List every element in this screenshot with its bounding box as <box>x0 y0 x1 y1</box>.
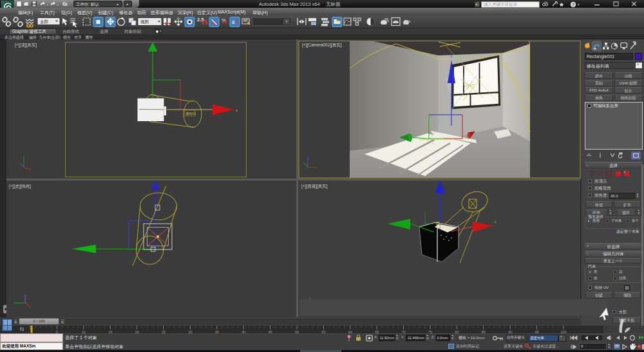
svg-text:85: 85 <box>482 330 486 334</box>
svg-text:65: 65 <box>375 330 379 334</box>
svg-text:35: 35 <box>215 330 219 334</box>
svg-text:[+][左][线框]: [+][左][线框] <box>9 184 31 189</box>
svg-text:60: 60 <box>348 330 352 334</box>
svg-text:视图: 视图 <box>140 19 149 24</box>
svg-text:?: ? <box>572 3 574 7</box>
svg-text:[+][透视][真实]: [+][透视][真实] <box>301 184 328 189</box>
svg-text:25: 25 <box>162 330 166 334</box>
svg-text:[+][顶][真实]: [+][顶][真实] <box>15 43 37 48</box>
svg-text:75: 75 <box>428 330 432 334</box>
svg-text:8: 8 <box>232 19 235 25</box>
svg-text:30: 30 <box>188 330 192 334</box>
svg-text:[+][Camera001][真实]: [+][Camera001][真实] <box>302 43 342 48</box>
svg-text:20: 20 <box>135 330 139 334</box>
svg-text:80: 80 <box>455 330 459 334</box>
svg-text:▾: ▾ <box>578 3 580 6</box>
svg-text:70: 70 <box>402 330 406 334</box>
svg-text:15: 15 <box>108 330 112 334</box>
svg-text:100: 100 <box>560 330 566 334</box>
svg-text:55: 55 <box>321 330 325 334</box>
svg-text:50: 50 <box>295 330 299 334</box>
svg-text:10: 10 <box>82 330 86 334</box>
svg-text:95: 95 <box>535 330 539 334</box>
svg-text:40: 40 <box>242 330 245 334</box>
svg-text:45: 45 <box>269 330 272 334</box>
svg-text:圆柱01: 圆柱01 <box>186 112 196 116</box>
svg-text:90: 90 <box>508 330 512 334</box>
svg-text:x: x <box>236 108 238 112</box>
svg-text:全部: 全部 <box>40 19 48 24</box>
